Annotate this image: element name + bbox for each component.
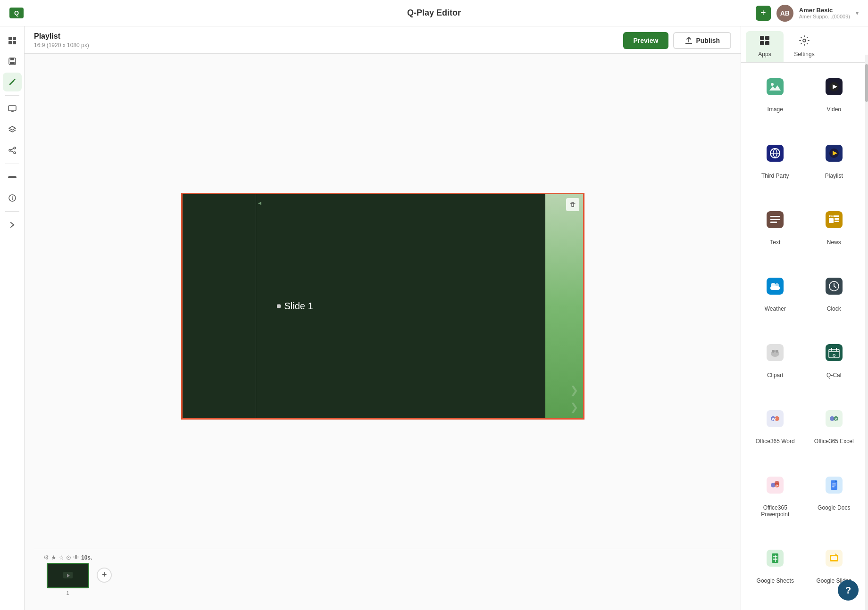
app-item-video[interactable]: Video: [808, 70, 861, 131]
app-item-google-sheets[interactable]: Google Sheets: [749, 542, 802, 602]
svg-point-46: [776, 350, 778, 353]
svg-rect-7: [8, 106, 16, 111]
app-item-news[interactable]: NEWSNews: [808, 203, 861, 264]
chevron-down-icon[interactable]: ▾: [856, 10, 859, 16]
app-icon-text: [759, 203, 792, 236]
sidebar-item-info[interactable]: [3, 189, 22, 207]
add-button[interactable]: +: [756, 6, 771, 21]
app-item-text[interactable]: Text: [749, 203, 802, 264]
app-icon-news: NEWS: [818, 203, 851, 236]
sidebar-item-share[interactable]: [3, 141, 22, 160]
slide-canvas[interactable]: ❯ ❯ ◂ Slide 1: [181, 193, 584, 420]
content-area: Playlist 16:9 (1920 x 1080 px) Preview P…: [25, 26, 741, 610]
svg-rect-35: [835, 221, 839, 222]
svg-rect-16: [760, 41, 764, 45]
sidebar-item-grid[interactable]: [3, 31, 22, 50]
svg-rect-75: [775, 555, 776, 562]
user-info: Amer Besic Amer Suppo...(00009): [799, 7, 850, 19]
svg-point-45: [772, 350, 775, 353]
playlist-header: Playlist 16:9 (1920 x 1080 px) Preview P…: [25, 26, 741, 53]
sidebar-divider-1: [5, 95, 19, 96]
svg-rect-31: [826, 211, 843, 228]
app-label-office365-excel: Office365 Excel: [814, 438, 854, 445]
svg-point-20: [771, 83, 774, 86]
app-item-clock[interactable]: Clock: [808, 270, 861, 330]
apps-icon: [759, 35, 770, 49]
slide-thumb-wrapper: ⚙ ★ ☆ ⊙ 👁 10s. 1: [43, 554, 92, 596]
svg-rect-33: [829, 218, 834, 223]
sidebar-item-edit[interactable]: [3, 73, 22, 91]
app-item-office365-word[interactable]: WOffice365 Word: [749, 402, 802, 463]
svg-rect-30: [770, 222, 777, 223]
app-icon-google-docs: [818, 469, 851, 502]
tab-settings-label: Settings: [794, 51, 814, 58]
svg-rect-50: [836, 348, 837, 351]
tab-settings[interactable]: Settings: [785, 31, 823, 62]
app-item-third-party[interactable]: Third Party: [749, 137, 802, 198]
slide-delete-button[interactable]: [566, 198, 579, 211]
playlist-info: Playlist 16:9 (1920 x 1080 px): [34, 32, 89, 49]
app-item-image[interactable]: Image: [749, 70, 802, 131]
app-item-google-docs[interactable]: Google Docs: [808, 469, 861, 536]
svg-text:Q: Q: [833, 353, 835, 357]
svg-text:W: W: [772, 417, 776, 421]
publish-button[interactable]: Publish: [673, 32, 731, 49]
app-title: Q-Play Editor: [407, 8, 461, 18]
slide-thumbnail[interactable]: [47, 563, 89, 588]
topbar-right: + AB Amer Besic Amer Suppo...(00009) ▾: [756, 5, 859, 22]
svg-rect-67: [832, 483, 836, 484]
slide-content: Slide 1: [277, 301, 313, 312]
svg-rect-6: [10, 62, 15, 64]
sidebar-item-layers[interactable]: [3, 120, 22, 139]
sidebar-item-monitor[interactable]: [3, 99, 22, 118]
svg-rect-39: [770, 286, 780, 290]
app-label-google-sheets: Google Sheets: [757, 577, 794, 584]
topbar: Q Q-Play Editor + AB Amer Besic Amer Sup…: [0, 0, 868, 26]
svg-rect-28: [770, 216, 780, 217]
app-item-office365-excel[interactable]: XOffice365 Excel: [808, 402, 861, 463]
slide-dot: [277, 304, 281, 308]
slide-corner-icon: ◂: [258, 199, 261, 206]
scrollbar-thumb[interactable]: [865, 64, 868, 102]
svg-text:X: X: [835, 417, 837, 421]
svg-point-18: [803, 39, 806, 42]
add-slide-button[interactable]: +: [97, 568, 112, 583]
topbar-left: Q: [9, 8, 24, 18]
app-item-clipart[interactable]: Clipart: [749, 336, 802, 397]
settings-icon: [799, 35, 810, 49]
sidebar-item-expand[interactable]: [3, 215, 22, 234]
sidebar-divider-2: [5, 164, 19, 164]
slide-divider: [256, 194, 256, 418]
help-button[interactable]: ?: [838, 580, 859, 601]
app-item-playlist[interactable]: Playlist: [808, 137, 861, 198]
svg-point-8: [14, 147, 16, 149]
publish-label: Publish: [696, 37, 720, 44]
app-label-clock: Clock: [827, 305, 841, 312]
app-icon-image: [759, 70, 792, 103]
left-sidebar: [0, 26, 25, 610]
app-label-office365-powerpoint: Office365 Powerpoint: [749, 504, 802, 518]
tab-apps[interactable]: Apps: [746, 31, 784, 62]
app-label-clipart: Clipart: [767, 372, 784, 379]
app-label-video: Video: [827, 106, 841, 113]
svg-rect-1: [13, 37, 16, 40]
sidebar-item-widgets[interactable]: [3, 168, 22, 187]
slide-arrows: ❯ ❯: [570, 384, 578, 413]
sidebar-item-save[interactable]: [3, 52, 22, 71]
svg-rect-68: [832, 485, 836, 486]
app-item-qcal[interactable]: QQ-Cal: [808, 336, 861, 397]
preview-button[interactable]: Preview: [623, 32, 669, 49]
playlist-actions: Preview Publish: [623, 32, 732, 49]
app-label-qcal: Q-Cal: [826, 372, 841, 379]
app-icon-video: [818, 70, 851, 103]
app-icon-clock: [818, 270, 851, 303]
svg-point-9: [9, 149, 11, 151]
app-item-office365-powerpoint[interactable]: POffice365 Powerpoint: [749, 469, 802, 536]
app-item-weather[interactable]: Weather: [749, 270, 802, 330]
slide-thumb-meta: ⚙ ★ ☆ ⊙ 👁 10s.: [43, 554, 92, 561]
app-label-google-docs: Google Docs: [818, 504, 850, 511]
main-layout: Playlist 16:9 (1920 x 1080 px) Preview P…: [0, 26, 868, 610]
user-name: Amer Besic: [799, 7, 850, 14]
app-label-office365-word: Office365 Word: [756, 438, 795, 445]
app-label-playlist: Playlist: [825, 173, 843, 179]
